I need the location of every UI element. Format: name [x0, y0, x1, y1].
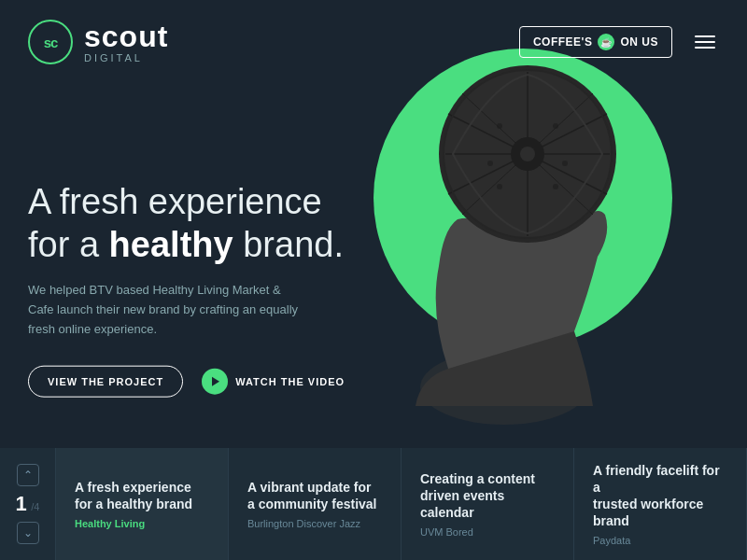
svg-point-14	[562, 161, 568, 166]
counter-current: 1 /4	[16, 494, 40, 514]
bottom-section: ⌃ 1 /4 ⌄ A fresh experiencefor a healthy…	[0, 448, 747, 560]
hero-subtext: We helped BTV based Healthy Living Marke…	[28, 281, 308, 339]
card-1-subtitle: Healthy Living	[75, 518, 209, 529]
svg-point-16	[553, 184, 558, 189]
hero-heading: A fresh experience for a healthy brand.	[28, 181, 345, 266]
hero-heading-suffix: brand.	[233, 224, 344, 263]
card-2-subtitle: Burlington Discover Jazz	[247, 518, 382, 529]
counter-number: 1	[16, 492, 27, 515]
hamburger-line-2	[695, 41, 715, 43]
logo-tagline: DIGITAL	[84, 53, 168, 63]
cards-row: A fresh experiencefor a healthy brand He…	[56, 448, 747, 560]
hamburger-menu[interactable]	[691, 32, 719, 52]
card-3[interactable]: Creating a contentdriven events calendar…	[402, 448, 574, 560]
arrow-down-button[interactable]: ⌄	[17, 522, 39, 544]
hero-buttons: VIEW THE PROJECT WATCH THE VIDEO	[28, 365, 345, 397]
hero-heading-line1: A fresh experience	[28, 182, 322, 221]
card-4-subtitle: Paydata	[593, 535, 727, 546]
header: sc scout DIGITAL COFFEE'S ☕ ON US	[0, 0, 747, 84]
hero-heading-bold: healthy	[109, 224, 233, 263]
counter-max: 4	[34, 501, 39, 512]
play-icon	[202, 368, 228, 394]
card-4[interactable]: A friendly facelift for atrusted workfor…	[574, 448, 747, 560]
view-project-button[interactable]: VIEW THE PROJECT	[28, 365, 183, 397]
logo-name: scout	[84, 21, 168, 51]
svg-point-12	[553, 123, 558, 129]
card-3-title: Creating a contentdriven events calendar	[420, 470, 555, 522]
counter-separator-total: /4	[31, 501, 39, 512]
hero-content: A fresh experience for a healthy brand. …	[28, 181, 345, 398]
hero-heading-prefix: for a	[28, 224, 109, 263]
hero-heading-line2: for a healthy brand.	[28, 224, 344, 263]
svg-point-13	[487, 161, 493, 166]
card-3-subtitle: UVM Bored	[420, 526, 555, 538]
watch-video-button[interactable]: WATCH THE VIDEO	[202, 368, 345, 394]
svg-point-10	[520, 147, 535, 161]
hamburger-line-3	[695, 47, 715, 49]
coffee-suffix: ON US	[620, 35, 658, 49]
card-2[interactable]: A vibrant update fora community festival…	[229, 448, 402, 560]
coffee-icon: ☕	[598, 34, 614, 50]
coffee-label: COFFEE'S	[533, 35, 593, 49]
svg-point-15	[497, 184, 502, 189]
arrow-up-button[interactable]: ⌃	[17, 464, 39, 486]
hamburger-line-1	[695, 35, 715, 37]
header-right: COFFEE'S ☕ ON US	[519, 26, 719, 58]
card-2-title: A vibrant update fora community festival	[247, 479, 382, 512]
logo-text-area: scout DIGITAL	[84, 21, 168, 63]
watch-label: WATCH THE VIDEO	[235, 375, 345, 386]
card-4-title: A friendly facelift for atrusted workfor…	[593, 462, 727, 530]
card-1[interactable]: A fresh experiencefor a healthy brand He…	[56, 448, 229, 560]
coffee-button[interactable]: COFFEE'S ☕ ON US	[519, 26, 672, 58]
fruit-svg	[355, 33, 654, 425]
svg-point-11	[497, 123, 502, 129]
card-1-title: A fresh experiencefor a healthy brand	[75, 479, 209, 512]
logo-circle: sc	[28, 20, 73, 64]
logo-initials: sc	[44, 35, 58, 50]
slide-counter: ⌃ 1 /4 ⌄	[0, 448, 56, 560]
logo-area: sc scout DIGITAL	[28, 20, 168, 64]
